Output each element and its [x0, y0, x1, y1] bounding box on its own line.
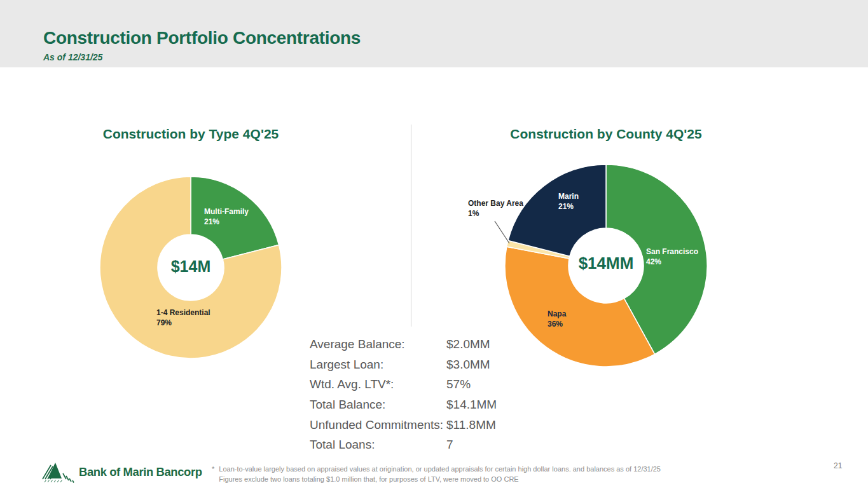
slice-pct: 21%	[558, 201, 579, 212]
footnote-marker: *	[212, 464, 214, 484]
page-number: 21	[834, 461, 842, 470]
footnote-line-1: Loan-to-value largely based on appraised…	[219, 465, 661, 473]
slice-label-san-francisco: San Francisco 42%	[646, 247, 698, 267]
slice-name: Marin	[558, 191, 579, 201]
stat-value: $11.8MM	[446, 418, 496, 432]
slice-name: Multi-Family	[204, 207, 249, 217]
stat-label: Largest Loan:	[310, 358, 446, 372]
page-title: Construction Portfolio Concentrations	[43, 28, 361, 48]
footnote-text: Loan-to-value largely based on appraised…	[219, 464, 661, 484]
stats-row: Total Balance:$14.1MM	[310, 395, 497, 415]
stat-value: 57%	[446, 377, 471, 391]
slide: Construction Portfolio Concentrations As…	[0, 0, 868, 488]
slice-name: 1-4 Residential	[156, 308, 210, 318]
slice-label-multi-family: Multi-Family 21%	[204, 207, 249, 227]
slice-name: Napa	[548, 309, 566, 319]
donut-county-center-value: $14MM	[561, 254, 651, 273]
bank-of-marin-logo: Bank of Marin Bancorp	[42, 460, 206, 484]
vertical-divider	[411, 125, 411, 327]
stats-row: Unfunded Commitments:$11.8MM	[310, 415, 497, 435]
stat-value: 7	[446, 438, 453, 452]
footnote: * Loan-to-value largely based on apprais…	[212, 464, 661, 484]
portfolio-stats-list: Average Balance:$2.0MMLargest Loan:$3.0M…	[310, 334, 497, 455]
stat-value: $14.1MM	[446, 398, 497, 412]
mountain-logo-icon	[42, 460, 76, 484]
stats-row: Total Loans:7	[310, 435, 497, 455]
stat-value: $2.0MM	[446, 337, 490, 351]
slice-label-other-bay-area: Other Bay Area 1%	[468, 198, 523, 219]
slice-label-marin: Marin 21%	[558, 191, 579, 212]
chart-title-by-type: Construction by Type 4Q'25	[76, 126, 305, 142]
stat-label: Unfunded Commitments:	[310, 418, 446, 432]
stats-row: Wtd. Avg. LTV*:57%	[310, 374, 497, 395]
as-of-date: As of 12/31/25	[43, 52, 102, 62]
slice-name: San Francisco	[646, 247, 698, 257]
stat-label: Wtd. Avg. LTV*:	[310, 377, 446, 391]
slice-pct: 42%	[646, 257, 698, 267]
stat-label: Average Balance:	[310, 337, 446, 351]
stat-label: Total Balance:	[310, 398, 446, 412]
donut-type-center-value: $14M	[146, 257, 235, 276]
logo-text: Bank of Marin Bancorp	[79, 465, 202, 479]
slice-pct: 1%	[468, 208, 523, 219]
slice-name: Other Bay Area	[468, 198, 523, 208]
other-bay-area-leader-line	[490, 219, 515, 247]
slice-label-1-4-residential: 1-4 Residential 79%	[156, 308, 210, 328]
stat-value: $3.0MM	[446, 358, 490, 372]
stats-row: Average Balance:$2.0MM	[310, 334, 497, 355]
stat-label: Total Loans:	[310, 438, 446, 452]
stats-row: Largest Loan:$3.0MM	[310, 355, 497, 375]
slice-pct: 21%	[204, 217, 249, 227]
slice-pct: 36%	[548, 319, 566, 329]
slice-label-napa: Napa 36%	[548, 309, 566, 329]
chart-title-by-county: Construction by County 4Q'25	[492, 126, 720, 142]
footnote-line-2: Figures exclude two loans totaling $1.0 …	[219, 475, 518, 483]
slice-pct: 79%	[156, 318, 210, 328]
